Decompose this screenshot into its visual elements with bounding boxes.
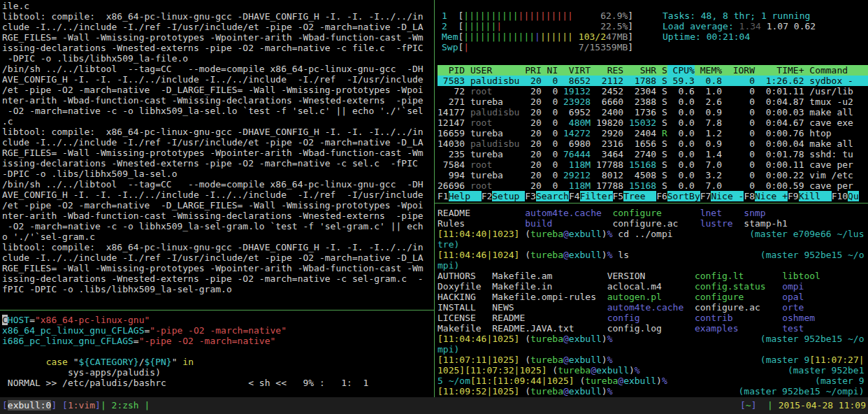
text-segment: " [68,357,79,367]
text-segment: 0:00.04 [755,138,804,149]
fkey-f5-tree[interactable]: F5Tree [613,191,657,201]
column-header-mem%[interactable]: MEM% [695,65,722,76]
text-segment: @ [563,355,569,365]
pane-build-log[interactable]: ile.clibtool: compile: x86_64-pc-linux-g… [2,1,433,308]
session-name[interactable]: exbull:0 [8,400,52,411]
text-segment: 20 [519,128,541,138]
pane-border-horizontal-left[interactable] [0,310,434,310]
terminal-line: libtool: compile: x86_64-pc-linux-gnu-gc… [2,127,433,137]
pane-border-vertical[interactable] [434,0,435,397]
text-segment: ${PN} [145,357,172,367]
terminal-line: clude -I../../include -I./ref -I/usr/inc… [2,22,433,32]
column-header-s[interactable]: S [656,65,667,76]
process-row-72[interactable]: 72 root 20 0 19132 2452 2304 S 0.6 1.0 0… [437,86,868,97]
text-segment: configure.ac [695,302,782,313]
fkey-f1-help[interactable]: F1Help [437,191,482,201]
text-segment: @ [563,334,569,344]
fkey-f10-qu[interactable]: F10Qu [832,191,859,201]
column-header-user[interactable]: USER [470,65,519,76]
text-segment: 0.0 [667,128,695,138]
process-row-26696[interactable]: 26696 root 20 0 118M 17788 15168 S 0.0 7… [437,180,868,191]
column-header-time+[interactable]: TIME+ [755,65,804,76]
column-header-pri[interactable]: PRI [519,65,541,76]
process-row-7584[interactable]: 7584 root 20 0 118M 17788 15168 S 0.0 7.… [437,159,868,170]
process-row-12147[interactable]: 12147 root 20 0 480M 19820 15032 S 0.0 7… [437,117,868,128]
process-row-14177[interactable]: 14177 paludisbu 20 0 6952 2400 1736 S 0.… [437,107,868,117]
text-segment: 14030 [437,138,470,149]
text-segment: 0 [722,107,755,117]
text-segment: 5 ~/om [437,376,470,386]
tmux-status-bar: [exbull:0] [1:vim]| 2:zsh | [~] | 2015-0… [0,397,868,414]
process-row-16659[interactable]: 16659 tureba 20 0 14272 2920 2404 R 0.0 … [437,128,868,138]
text-segment: 0.0 [667,180,695,191]
text-segment: 20 [519,159,541,170]
text-segment: 20 [519,117,541,128]
fkey-f8-nice-[interactable]: F8Nice + [744,191,788,201]
column-header-virt[interactable]: VIRT [558,65,591,76]
text-segment: 2 [442,21,458,31]
text-segment: 0 [542,180,558,191]
column-header-shr[interactable]: SHR [623,65,656,76]
fkey-f6-sortby[interactable]: F6SortBy [656,191,700,201]
fkey-f4-filter[interactable]: F4Filter [569,191,613,201]
status-left: [exbull:0] [1:vim]| 2:zsh | [2,400,150,414]
text-segment: cave exe [804,117,853,128]
column-header-ni[interactable]: NI [542,65,558,76]
pane-htop[interactable]: 1 [||||||||||||||||||||62.9%]2 [|||||||2… [437,0,868,202]
2-meter: 2 [|||||||22.5%] [442,21,633,31]
column-header-res[interactable]: RES [591,65,623,76]
text-segment: config [607,313,695,323]
text-segment: fPIC -DPIC -o .libs/libhx509_la-sel-gram… [2,284,232,294]
fkey-f9-kill[interactable]: F9Kill [788,191,832,201]
pane-shell[interactable]: README autom4te.cache configure lnet snm… [437,208,868,397]
process-row-271[interactable]: 271 tureba 20 0 23928 6660 2388 S 0.0 2.… [437,97,868,107]
process-row-994[interactable]: 994 tureba 20 0 29212 8012 4508 S 0.0 3.… [437,170,868,180]
text-segment: ||||||||||||| [463,31,535,42]
text-segment: 0 [542,159,558,170]
pane-border-horizontal-right[interactable] [435,203,868,204]
fkey-f3-search[interactable]: F3Search [525,191,569,201]
terminal-line: /bin/sh ../../libtool --tag=CC --mode=co… [2,64,433,74]
text-segment: autom4te.cache [525,208,612,218]
text-segment: ) [602,334,607,344]
text-segment: 0 [722,149,755,159]
column-header-iorw[interactable]: IORW [722,65,755,76]
text-segment: [ [458,21,463,31]
column-header-command[interactable]: Command [804,65,848,76]
text-segment: -DPIC -o .libs/libhx509_la-file.o [2,53,188,64]
text-segment: [11:07:27| [809,355,864,365]
text-segment: (master 9 [760,355,809,365]
process-row-14030[interactable]: 14030 paludisbu 20 0 6980 2316 1656 S 0.… [437,138,868,149]
fkey-f7-nice-[interactable]: F7Nice - [700,191,744,201]
htop-table-header[interactable]: PID USER PRI NI VIRT RES SHR S CPU% MEM%… [437,65,868,76]
text-segment: 1656 [623,138,656,149]
text-segment: 20 [519,86,541,97]
text-segment: 7584 [437,159,470,170]
text-segment [667,376,815,386]
text-segment: exbull [569,386,602,397]
process-row-7583[interactable]: 7583 paludisbu 20 0 8652 2112 1788 S 59.… [437,76,868,86]
text-segment: 2452 [591,86,623,97]
text-segment: -DPIC -o .libs/libhx509_la-sel.o [2,169,177,179]
text-segment: README [492,313,607,323]
process-row-235[interactable]: 235 tureba 20 0 76444 3464 2740 S 0.0 1.… [437,149,868,159]
column-header-cpu%[interactable]: CPU% [667,65,695,76]
fkey-label: Search [536,191,569,201]
text-segment: (master e709e66 ~/lus [749,229,864,239]
text-segment: 0:00.76 [755,128,804,138]
text-segment: S [656,149,667,159]
text-segment: RGE_FILES= -Wall -Wmissing-prototypes -W… [2,32,424,43]
window-tab-1-vim[interactable]: 1:vim [68,400,95,411]
column-header-pid[interactable]: PID [437,65,470,76]
fkey-f2-setup[interactable]: F2Setup [482,191,526,201]
text-segment: mpi) [437,344,459,355]
terminal-line: HACKING Makefile.ompi-rules autogen.pl c… [437,292,868,302]
text-segment: 0:01.11 [755,86,804,97]
text-segment: 0 [722,170,755,180]
text-segment: 1.34 [739,21,767,31]
pane-vim-editor[interactable]: CHOST="x86_64-pc-linux-gnu"x86_64_pc_lin… [2,315,433,392]
fkey-number: F1 [437,191,449,201]
text-segment: tureba [470,149,519,159]
window-tab-2-zsh[interactable]: 2:zsh [106,400,145,411]
text-segment: [11:09:44|1025] [492,376,574,386]
